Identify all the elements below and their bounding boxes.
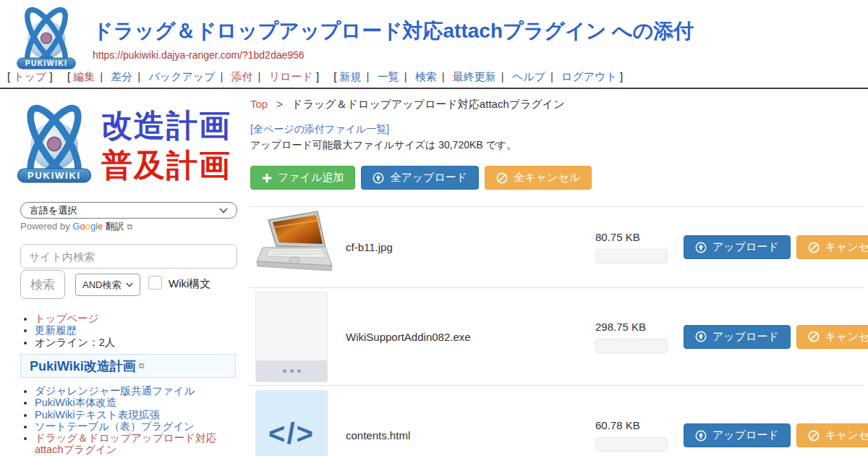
upload-toolbar: ファイル追加 全アップロード 全キャンセル [250, 166, 592, 190]
code-glyph: </> [255, 418, 328, 450]
list-item: 更新履歴 [35, 325, 237, 337]
file-size-cell: 298.75 KB [595, 321, 684, 353]
external-link-icon: ⧉ [139, 361, 145, 371]
all-pages-attachment-list-link[interactable]: [全ページの添付ファイル一覧] [250, 123, 389, 136]
sidebar-logo-slogan: 改造計画 普及計画 [101, 106, 246, 185]
file-name: WikiSupportAddin082.exe [346, 331, 595, 343]
pukiwiki-attach-page: PUKIWIKI ドラッグ＆ドロップアップロード対応attachプラグイン への… [0, 0, 868, 456]
file-size: 298.75 KB [595, 321, 684, 333]
file-actions: アップロード キャンセル [684, 235, 864, 259]
search-mode-value: AND検索 [82, 279, 121, 292]
project-banner-link[interactable]: PukiWiki改造計画 [30, 358, 136, 375]
file-size: 60.78 KB [595, 419, 684, 431]
sidebar-link-common-files[interactable]: ダジャレンジャー版共通ファイル [35, 385, 195, 397]
max-upload-size-text: アップロード可能最大ファイルサイズは 30,720KB です。 [250, 139, 516, 152]
search-button[interactable]: 検索 [20, 270, 65, 299]
nav-link-reload[interactable]: リロード [269, 70, 313, 83]
svg-text:PUKIWIKI: PUKIWIKI [25, 59, 68, 67]
file-icon-footer [256, 360, 327, 381]
laptop-photo-thumbnail [255, 210, 336, 282]
sidebar-quick-list: トップページ 更新履歴 オンライン：2人 [35, 313, 237, 349]
upload-progress-bar [595, 249, 668, 263]
upload-progress-bar [595, 339, 668, 353]
sidebar-link-core-mods[interactable]: PukiWiki本体改造 [35, 397, 117, 408]
nav-link-edit[interactable]: 編集 [73, 70, 95, 83]
list-item: ドラッグ＆ドロップアップロード対応attachプラグイン [35, 433, 239, 456]
file-name: cf-b11.jpg [346, 241, 595, 253]
slogan-line-2: 普及計画 [101, 145, 246, 185]
google-translate-attribution: Powered by Google 翻訳 ⧉ [20, 220, 132, 233]
language-select-value: 言語を選択 [30, 204, 77, 217]
breadcrumb-home-link[interactable]: Top [250, 98, 268, 110]
nav-link-attach[interactable]: 添付 [231, 70, 253, 83]
add-files-button[interactable]: ファイル追加 [250, 166, 355, 190]
cancel-all-button[interactable]: 全キャンセル [485, 166, 592, 190]
site-search-input[interactable] [20, 244, 237, 269]
circle-arrow-up-icon [695, 331, 707, 342]
file-row: WikiSupportAddin082.exe 298.75 KB アップロード [250, 287, 864, 385]
circle-arrow-up-icon [695, 430, 707, 442]
ban-circle-icon [808, 430, 820, 442]
nav-link-logout[interactable]: ログアウト [561, 70, 617, 83]
nav-link-recent[interactable]: 最終更新 [453, 70, 496, 83]
svg-text:PUKIWIKI: PUKIWIKI [27, 170, 81, 181]
circle-arrow-up-icon [373, 172, 384, 184]
translate-label: 翻訳 [106, 221, 124, 232]
sidebar-link-sort-table[interactable]: ソートテーブル（表）プラグイン [35, 421, 195, 432]
file-size-cell: 60.78 KB [595, 419, 684, 452]
upload-file-list: cf-b11.jpg 80.75 KB アップロード [250, 206, 864, 456]
nav-link-backup[interactable]: バックアップ [148, 70, 215, 83]
file-thumbnail-cell [250, 210, 346, 285]
nav-link-top[interactable]: トップ [13, 70, 46, 83]
file-thumbnail-cell [250, 292, 346, 382]
cancel-button[interactable]: キャンセル [796, 325, 868, 349]
nav-group-site: [ 新規| 一覧| 検索| 最終更新| ヘルプ| ログアウト ] [333, 70, 623, 83]
sidebar-link-top-page[interactable]: トップページ [35, 313, 99, 324]
sidebar-link-text-extension[interactable]: PukiWikiテキスト表現拡張 [35, 409, 160, 421]
file-thumbnail-cell: </> [250, 390, 346, 456]
page-permalink[interactable]: https://pukiwiki.dajya-ranger.com/?1bd2d… [93, 49, 305, 61]
list-item: ソートテーブル（表）プラグイン [35, 421, 239, 433]
nav-link-help[interactable]: ヘルプ [512, 70, 545, 83]
file-name: contents.html [346, 429, 595, 442]
upload-button[interactable]: アップロード [684, 235, 791, 259]
ban-circle-icon [496, 172, 508, 184]
nav-link-diff[interactable]: 差分 [111, 70, 132, 83]
breadcrumb-current: ドラッグ＆ドロップアップロード対応attachプラグイン [292, 98, 564, 110]
language-select[interactable]: 言語を選択 [20, 202, 237, 219]
upload-all-button[interactable]: 全アップロード [361, 166, 479, 190]
search-mode-select[interactable]: AND検索 [75, 274, 140, 296]
header-divider [0, 88, 868, 89]
ban-circle-icon [808, 331, 820, 342]
nav-group-top: [ トップ ] [7, 70, 53, 83]
chevron-down-icon [126, 282, 133, 287]
file-actions: アップロード キャンセル [684, 423, 864, 447]
nav-link-search[interactable]: 検索 [415, 70, 437, 83]
wiki-syntax-checkbox[interactable] [148, 276, 162, 290]
pukiwiki-logo[interactable]: PUKIWIKI [10, 4, 82, 72]
breadcrumb-separator: > [276, 98, 283, 110]
external-link-icon: ⧉ [127, 222, 132, 231]
file-row: cf-b11.jpg 80.75 KB アップロード [250, 206, 864, 287]
page-fold [308, 292, 327, 292]
cancel-button[interactable]: キャンセル [796, 423, 868, 447]
nav-link-new[interactable]: 新規 [340, 70, 362, 83]
list-item: オンライン：2人 [35, 337, 237, 349]
slogan-line-1: 改造計画 [101, 106, 246, 145]
nav-link-list[interactable]: 一覧 [378, 70, 399, 83]
top-navigation: [ トップ ] [ 編集| 差分| バックアップ| 添付| リロード ] [ 新… [7, 70, 634, 84]
wiki-syntax-label: Wiki構文 [169, 277, 210, 291]
list-item: ダジャレンジャー版共通ファイル [35, 386, 239, 397]
generic-file-icon [255, 292, 328, 382]
cancel-button[interactable]: キャンセル [796, 235, 868, 259]
page-title: ドラッグ＆ドロップアップロード対応attachプラグイン への添付 [93, 17, 694, 45]
sidebar-logo[interactable]: PUKIWIKI [12, 101, 97, 186]
sidebar-link-dragdrop-attach[interactable]: ドラッグ＆ドロップアップロード対応attachプラグイン [35, 432, 216, 455]
upload-button[interactable]: アップロード [684, 325, 791, 349]
sidebar-link-recent-changes[interactable]: 更新履歴 [35, 324, 77, 336]
circle-arrow-up-icon [695, 242, 707, 253]
upload-button[interactable]: アップロード [684, 423, 791, 447]
file-size-cell: 80.75 KB [595, 231, 684, 263]
ban-circle-icon [808, 242, 820, 253]
atom-logo-icon: PUKIWIKI [12, 101, 97, 183]
